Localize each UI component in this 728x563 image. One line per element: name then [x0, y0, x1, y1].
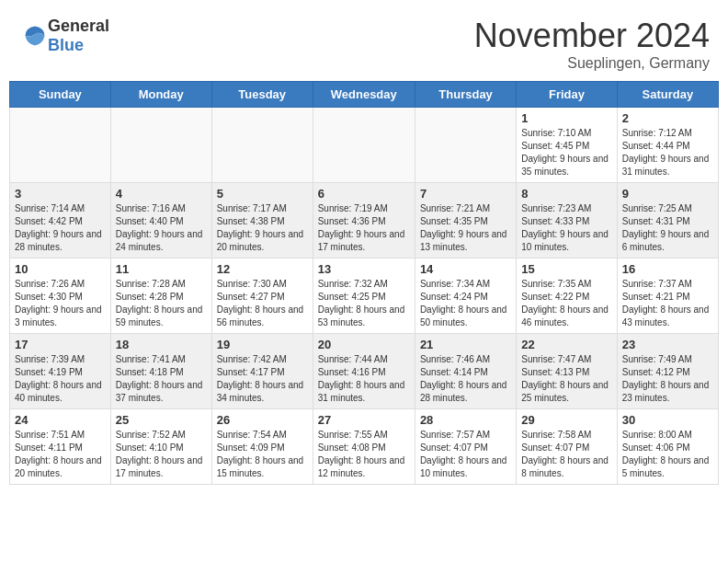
- month-title: November 2024: [474, 17, 710, 55]
- day-header-saturday: Saturday: [617, 82, 718, 108]
- calendar-header-row: SundayMondayTuesdayWednesdayThursdayFrid…: [10, 82, 719, 108]
- day-info: Sunrise: 7:32 AM Sunset: 4:25 PM Dayligh…: [318, 278, 410, 329]
- page-header: General Blue November 2024 Sueplingen, G…: [0, 0, 728, 81]
- day-info: Sunrise: 7:10 AM Sunset: 4:45 PM Dayligh…: [521, 127, 611, 178]
- day-info: Sunrise: 7:39 AM Sunset: 4:19 PM Dayligh…: [15, 353, 106, 405]
- week-row-1: 1Sunrise: 7:10 AM Sunset: 4:45 PM Daylig…: [10, 108, 719, 183]
- day-number: 23: [622, 338, 713, 351]
- day-number: 4: [116, 187, 207, 201]
- day-number: 2: [622, 111, 713, 125]
- day-number: 3: [15, 187, 106, 201]
- day-info: Sunrise: 7:42 AM Sunset: 4:17 PM Dayligh…: [217, 353, 308, 405]
- day-info: Sunrise: 7:35 AM Sunset: 4:22 PM Dayligh…: [521, 278, 611, 329]
- day-info: Sunrise: 7:34 AM Sunset: 4:24 PM Dayligh…: [420, 278, 511, 329]
- day-number: 6: [318, 187, 410, 201]
- day-info: Sunrise: 7:21 AM Sunset: 4:35 PM Dayligh…: [420, 202, 511, 254]
- day-cell: 5Sunrise: 7:17 AM Sunset: 4:38 PM Daylig…: [211, 183, 313, 259]
- day-number: 9: [622, 187, 713, 201]
- day-number: 22: [521, 338, 611, 351]
- day-info: Sunrise: 7:51 AM Sunset: 4:11 PM Dayligh…: [15, 429, 106, 480]
- day-info: Sunrise: 7:46 AM Sunset: 4:14 PM Dayligh…: [420, 353, 511, 405]
- day-info: Sunrise: 7:28 AM Sunset: 4:28 PM Dayligh…: [116, 278, 207, 329]
- day-info: Sunrise: 7:55 AM Sunset: 4:08 PM Dayligh…: [318, 429, 410, 480]
- day-number: 1: [521, 111, 611, 125]
- day-header-wednesday: Wednesday: [313, 82, 415, 108]
- day-cell: [313, 108, 415, 183]
- day-number: 26: [217, 413, 308, 427]
- day-header-monday: Monday: [110, 82, 211, 108]
- day-cell: [110, 108, 211, 183]
- day-info: Sunrise: 7:49 AM Sunset: 4:12 PM Dayligh…: [622, 353, 713, 405]
- title-section: November 2024 Sueplingen, Germany: [474, 17, 710, 72]
- day-cell: 26Sunrise: 7:54 AM Sunset: 4:09 PM Dayli…: [211, 409, 313, 485]
- week-row-5: 24Sunrise: 7:51 AM Sunset: 4:11 PM Dayli…: [10, 409, 719, 485]
- day-cell: 1Sunrise: 7:10 AM Sunset: 4:45 PM Daylig…: [517, 108, 617, 183]
- day-cell: 21Sunrise: 7:46 AM Sunset: 4:14 PM Dayli…: [415, 334, 516, 409]
- logo-general: General: [48, 17, 109, 36]
- day-cell: 11Sunrise: 7:28 AM Sunset: 4:28 PM Dayli…: [110, 259, 211, 334]
- day-cell: 25Sunrise: 7:52 AM Sunset: 4:10 PM Dayli…: [110, 409, 211, 485]
- day-info: Sunrise: 7:23 AM Sunset: 4:33 PM Dayligh…: [521, 202, 611, 254]
- day-info: Sunrise: 7:14 AM Sunset: 4:42 PM Dayligh…: [15, 202, 106, 254]
- day-number: 14: [420, 262, 511, 276]
- day-cell: 12Sunrise: 7:30 AM Sunset: 4:27 PM Dayli…: [211, 259, 313, 334]
- day-number: 5: [217, 187, 308, 201]
- day-number: 18: [116, 338, 207, 351]
- logo-text: General Blue: [48, 17, 109, 55]
- day-number: 30: [622, 413, 713, 427]
- day-cell: 6Sunrise: 7:19 AM Sunset: 4:36 PM Daylig…: [313, 183, 415, 259]
- day-header-thursday: Thursday: [415, 82, 516, 108]
- day-cell: 15Sunrise: 7:35 AM Sunset: 4:22 PM Dayli…: [517, 259, 617, 334]
- day-info: Sunrise: 7:12 AM Sunset: 4:44 PM Dayligh…: [622, 127, 713, 178]
- day-number: 25: [116, 413, 207, 427]
- day-cell: 30Sunrise: 8:00 AM Sunset: 4:06 PM Dayli…: [617, 409, 718, 485]
- day-cell: 29Sunrise: 7:58 AM Sunset: 4:07 PM Dayli…: [517, 409, 617, 485]
- day-number: 24: [15, 413, 106, 427]
- logo: General Blue: [18, 17, 109, 55]
- day-cell: 7Sunrise: 7:21 AM Sunset: 4:35 PM Daylig…: [415, 183, 516, 259]
- day-info: Sunrise: 7:37 AM Sunset: 4:21 PM Dayligh…: [622, 278, 713, 329]
- day-cell: 27Sunrise: 7:55 AM Sunset: 4:08 PM Dayli…: [313, 409, 415, 485]
- day-info: Sunrise: 7:41 AM Sunset: 4:18 PM Dayligh…: [116, 353, 207, 405]
- day-number: 10: [15, 262, 106, 276]
- day-info: Sunrise: 7:52 AM Sunset: 4:10 PM Dayligh…: [116, 429, 207, 480]
- day-info: Sunrise: 7:57 AM Sunset: 4:07 PM Dayligh…: [420, 429, 511, 480]
- day-number: 13: [318, 262, 410, 276]
- day-info: Sunrise: 7:25 AM Sunset: 4:31 PM Dayligh…: [622, 202, 713, 254]
- day-cell: 20Sunrise: 7:44 AM Sunset: 4:16 PM Dayli…: [313, 334, 415, 409]
- day-cell: 4Sunrise: 7:16 AM Sunset: 4:40 PM Daylig…: [110, 183, 211, 259]
- day-info: Sunrise: 7:26 AM Sunset: 4:30 PM Dayligh…: [15, 278, 106, 329]
- day-number: 7: [420, 187, 511, 201]
- day-number: 29: [521, 413, 611, 427]
- day-number: 12: [217, 262, 308, 276]
- day-number: 17: [15, 338, 106, 351]
- day-cell: 28Sunrise: 7:57 AM Sunset: 4:07 PM Dayli…: [415, 409, 516, 485]
- day-cell: 24Sunrise: 7:51 AM Sunset: 4:11 PM Dayli…: [10, 409, 111, 485]
- day-number: 20: [318, 338, 410, 351]
- day-number: 19: [217, 338, 308, 351]
- day-info: Sunrise: 7:44 AM Sunset: 4:16 PM Dayligh…: [318, 353, 410, 405]
- day-cell: 9Sunrise: 7:25 AM Sunset: 4:31 PM Daylig…: [617, 183, 718, 259]
- day-info: Sunrise: 7:17 AM Sunset: 4:38 PM Dayligh…: [217, 202, 308, 254]
- day-header-tuesday: Tuesday: [211, 82, 313, 108]
- day-number: 21: [420, 338, 511, 351]
- day-number: 15: [521, 262, 611, 276]
- calendar-table: SundayMondayTuesdayWednesdayThursdayFrid…: [9, 81, 719, 485]
- day-cell: 14Sunrise: 7:34 AM Sunset: 4:24 PM Dayli…: [415, 259, 516, 334]
- day-info: Sunrise: 8:00 AM Sunset: 4:06 PM Dayligh…: [622, 429, 713, 480]
- day-cell: 22Sunrise: 7:47 AM Sunset: 4:13 PM Dayli…: [517, 334, 617, 409]
- day-number: 28: [420, 413, 511, 427]
- day-cell: 3Sunrise: 7:14 AM Sunset: 4:42 PM Daylig…: [10, 183, 111, 259]
- day-cell: 10Sunrise: 7:26 AM Sunset: 4:30 PM Dayli…: [10, 259, 111, 334]
- day-cell: [211, 108, 313, 183]
- week-row-4: 17Sunrise: 7:39 AM Sunset: 4:19 PM Dayli…: [10, 334, 719, 409]
- day-cell: [10, 108, 111, 183]
- day-cell: 2Sunrise: 7:12 AM Sunset: 4:44 PM Daylig…: [617, 108, 718, 183]
- day-info: Sunrise: 7:54 AM Sunset: 4:09 PM Dayligh…: [217, 429, 308, 480]
- day-cell: 17Sunrise: 7:39 AM Sunset: 4:19 PM Dayli…: [10, 334, 111, 409]
- day-number: 8: [521, 187, 611, 201]
- day-cell: 23Sunrise: 7:49 AM Sunset: 4:12 PM Dayli…: [617, 334, 718, 409]
- day-cell: 19Sunrise: 7:42 AM Sunset: 4:17 PM Dayli…: [211, 334, 313, 409]
- week-row-3: 10Sunrise: 7:26 AM Sunset: 4:30 PM Dayli…: [10, 259, 719, 334]
- location: Sueplingen, Germany: [474, 55, 710, 72]
